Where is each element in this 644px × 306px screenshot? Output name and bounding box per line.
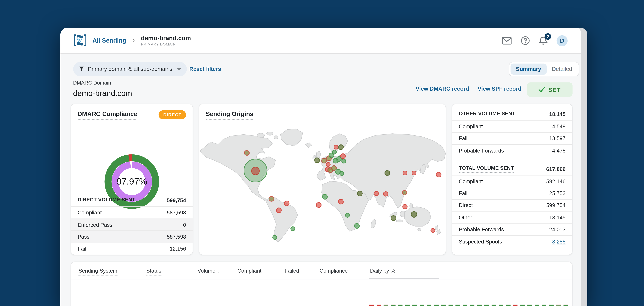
stat-label: Probable Forwards <box>459 148 504 154</box>
daily-bar[interactable] <box>513 305 518 306</box>
daily-bar[interactable] <box>534 305 539 306</box>
origin-marker[interactable] <box>391 216 396 221</box>
stat-label: TOTAL VOLUME SENT <box>459 165 514 173</box>
origin-marker[interactable] <box>326 162 330 166</box>
daily-bar[interactable] <box>448 305 453 306</box>
origin-marker[interactable] <box>345 213 350 217</box>
daily-bar[interactable] <box>456 305 460 306</box>
column-header-sending-system[interactable]: Sending System <box>78 268 117 274</box>
world-map[interactable] <box>199 124 446 251</box>
origin-marker[interactable] <box>412 171 416 175</box>
origin-marker[interactable] <box>411 211 417 217</box>
origin-marker[interactable] <box>244 151 250 155</box>
origin-marker[interactable] <box>252 167 259 175</box>
origin-marker[interactable] <box>402 190 407 195</box>
stat-header-row: DIRECT VOLUME SENT599,754 <box>71 194 192 206</box>
origin-marker[interactable] <box>383 192 388 196</box>
tab-summary[interactable]: Summary <box>510 63 546 75</box>
origin-marker[interactable] <box>342 159 346 163</box>
daily-bar[interactable] <box>470 305 474 306</box>
column-header-compliant[interactable]: Compliant <box>237 268 261 274</box>
column-header-failed[interactable]: Failed <box>285 268 299 274</box>
dmarc-set-button[interactable]: SET <box>527 82 572 97</box>
origin-marker[interactable] <box>333 158 338 163</box>
stat-label: Fail <box>459 190 467 196</box>
daily-bar[interactable] <box>427 305 431 306</box>
daily-bar[interactable] <box>405 305 410 306</box>
daily-bar[interactable] <box>556 305 560 306</box>
view-dmarc-record-link[interactable]: View DMARC record <box>416 86 469 92</box>
origin-marker[interactable] <box>332 166 336 171</box>
breadcrumb-all-sending[interactable]: All Sending <box>92 37 126 43</box>
daily-bar[interactable] <box>563 305 568 306</box>
domain-filter-dropdown[interactable]: Primary domain & all sub-domains <box>73 62 187 76</box>
origin-marker[interactable] <box>436 172 441 177</box>
view-spf-record-link[interactable]: View SPF record <box>478 86 521 92</box>
daily-bar[interactable] <box>420 305 424 306</box>
origin-marker[interactable] <box>276 208 282 213</box>
origin-marker[interactable] <box>273 235 277 239</box>
origin-marker[interactable] <box>314 158 320 163</box>
origin-marker[interactable] <box>374 191 378 196</box>
breadcrumb-domain-type: PRIMARY DOMAIN <box>141 42 191 46</box>
origin-marker[interactable] <box>354 223 360 228</box>
daily-bar[interactable] <box>542 305 546 306</box>
daily-bar[interactable] <box>391 305 395 306</box>
daily-bar[interactable] <box>549 305 553 306</box>
origin-marker[interactable] <box>291 227 295 231</box>
origin-marker[interactable] <box>284 201 289 206</box>
origin-marker[interactable] <box>338 145 344 150</box>
daily-bar[interactable] <box>484 305 489 306</box>
origin-marker[interactable] <box>334 145 338 149</box>
check-icon <box>538 87 545 92</box>
origin-marker[interactable] <box>403 204 407 209</box>
daily-bar[interactable] <box>491 305 496 306</box>
origin-marker[interactable] <box>431 228 435 233</box>
sending-origins-card: Sending Origins <box>199 104 446 255</box>
stat-header-row: TOTAL VOLUME SENT617,899 <box>452 163 572 175</box>
column-header-compliance[interactable]: Compliance <box>320 268 348 274</box>
help-icon[interactable] <box>521 36 530 45</box>
origin-marker[interactable] <box>322 158 326 163</box>
user-avatar[interactable]: D <box>556 35 568 46</box>
origin-marker[interactable] <box>340 171 344 175</box>
mail-icon[interactable] <box>502 37 512 44</box>
column-header-daily-by-[interactable]: Daily by % <box>370 268 395 274</box>
origin-marker[interactable] <box>338 199 344 204</box>
notifications-bell-icon[interactable]: 2 <box>539 36 548 45</box>
reset-filters-link[interactable]: Reset filters <box>189 62 221 76</box>
stat-value: 18,145 <box>549 214 566 220</box>
daily-bar[interactable] <box>520 305 525 306</box>
daily-bar[interactable] <box>441 305 446 306</box>
stat-label: Enforced Pass <box>78 222 112 228</box>
tab-detailed[interactable]: Detailed <box>546 63 578 75</box>
origin-marker[interactable] <box>403 171 407 175</box>
daily-bar[interactable] <box>528 305 532 306</box>
daily-bar[interactable] <box>506 305 510 306</box>
daily-bar[interactable] <box>463 305 467 306</box>
dmarc-domain-value: demo-brand.com <box>73 89 132 98</box>
dmarcian-logo[interactable] <box>73 34 87 47</box>
origin-marker[interactable] <box>385 170 390 175</box>
column-header-volume[interactable]: Volume↓ <box>198 268 220 274</box>
origin-marker[interactable] <box>357 191 362 196</box>
daily-bar[interactable] <box>477 305 482 306</box>
stat-label: Direct <box>459 202 473 208</box>
stat-label: Other <box>459 214 472 220</box>
origin-marker[interactable] <box>332 150 336 154</box>
daily-bar[interactable] <box>398 305 402 306</box>
origin-marker[interactable] <box>322 194 328 199</box>
daily-bar[interactable] <box>434 305 438 306</box>
origin-marker[interactable] <box>316 202 321 207</box>
stat-value: 4,475 <box>552 148 566 154</box>
origin-marker[interactable] <box>269 196 274 201</box>
daily-bar[interactable] <box>412 305 417 306</box>
daily-bar[interactable] <box>498 305 503 306</box>
column-header-status[interactable]: Status <box>146 268 161 274</box>
stat-value: 599,754 <box>167 197 186 203</box>
daily-bar[interactable] <box>376 305 381 306</box>
daily-bar[interactable] <box>369 305 374 306</box>
summary-detailed-toggle: SummaryDetailed <box>509 62 579 76</box>
daily-bar[interactable] <box>384 305 388 306</box>
stat-value-link[interactable]: 8,285 <box>552 239 566 245</box>
